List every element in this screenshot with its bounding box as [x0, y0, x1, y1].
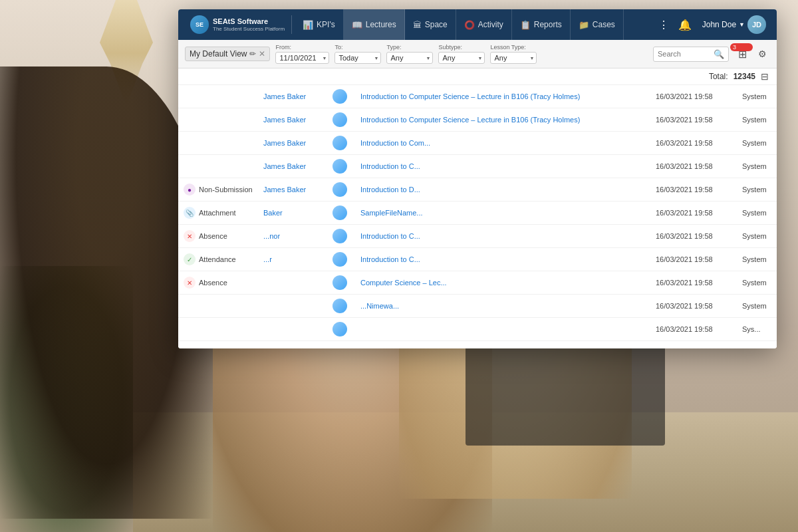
lecture-cell: Computer Science – Lec...	[355, 271, 650, 295]
nav-item-space[interactable]: 🏛 Space	[405, 9, 456, 40]
type-cell	[178, 155, 258, 178]
source-cell: System	[737, 248, 777, 271]
table-row[interactable]: James BakerIntroduction to C...16/03/202…	[178, 155, 777, 178]
lecture-link[interactable]: Introduction to D...	[360, 186, 420, 194]
nav-item-cases[interactable]: 📁 Cases	[571, 9, 624, 40]
lecture-cell: Introduction to D...	[355, 178, 650, 201]
table-row[interactable]: 16/03/2021 19:58Sys...	[178, 318, 777, 341]
chevron-down-icon: ▼	[739, 21, 745, 28]
reports-icon: 📋	[520, 20, 531, 30]
lecture-cell	[355, 318, 650, 341]
lecture-link[interactable]: Introduction to Computer Science – Lectu…	[360, 92, 580, 100]
nav-item-lectures[interactable]: 📖 Lectures	[344, 9, 405, 40]
more-options-button[interactable]: ⋮	[654, 19, 673, 31]
notifications-button[interactable]: 🔔	[678, 19, 692, 31]
nav-item-cases-label: Cases	[593, 20, 615, 29]
lecture-link[interactable]: Introduction to C...	[360, 255, 420, 263]
source-cell: System	[737, 132, 777, 155]
from-date-select[interactable]: 11/10/2021	[275, 52, 329, 64]
table-row[interactable]: ✕ Absence Computer Science – Lec...16/03…	[178, 271, 777, 295]
student-link[interactable]: Baker	[263, 209, 283, 217]
from-filter: From: 11/10/2021	[275, 44, 329, 64]
nav-item-activity[interactable]: ⭕ Activity	[456, 9, 512, 40]
table-row[interactable]: James BakerIntroduction to Computer Scie…	[178, 85, 777, 108]
lecture-cell: Introduction to Com...	[355, 132, 650, 155]
close-view-icon[interactable]: ✕	[259, 49, 265, 59]
table-row[interactable]: James BakerIntroduction to Computer Scie…	[178, 108, 777, 132]
edit-view-icon[interactable]: ✏	[249, 49, 256, 59]
type-select[interactable]: Any	[386, 52, 433, 64]
lecture-link[interactable]: Introduction to Com...	[360, 139, 430, 147]
table-row[interactable]: ● Non-Submission James BakerIntroduction…	[178, 178, 777, 201]
type-label: Type:	[386, 44, 433, 51]
lecture-link[interactable]: Introduction to C...	[360, 232, 420, 240]
student-link[interactable]: James Baker	[263, 92, 306, 100]
app-title: SEAtS Software	[213, 17, 285, 26]
student-link[interactable]: James Baker	[263, 139, 306, 147]
search-icon[interactable]: 🔍	[714, 49, 724, 59]
datetime-cell: 16/03/2021 19:58	[650, 108, 737, 132]
datetime-cell: 16/03/2021 19:58	[650, 85, 737, 108]
student-avatar	[332, 89, 347, 104]
to-filter: To: Today	[334, 44, 381, 64]
navbar: SE SEAtS Software The Student Success Pl…	[178, 9, 777, 40]
view-label-text: My Default View	[190, 49, 247, 59]
lecture-link[interactable]: Introduction to C...	[360, 162, 420, 170]
logo-icon: SE	[190, 15, 209, 34]
logo-area: SE SEAtS Software The Student Success Pl…	[184, 15, 292, 34]
table-row[interactable]: James BakerIntroduction to Com...16/03/2…	[178, 132, 777, 155]
nav-item-kpis[interactable]: 📊 KPI's	[295, 9, 344, 40]
student-link[interactable]: James Baker	[263, 186, 306, 194]
to-date-select[interactable]: Today	[334, 52, 381, 64]
avatar-cell	[325, 155, 355, 178]
settings-button[interactable]: ⚙	[754, 46, 770, 62]
student-avatar	[332, 159, 347, 174]
student-link[interactable]: James Baker	[263, 116, 306, 124]
datetime-cell: 16/03/2021 19:58	[650, 295, 737, 318]
lesson-type-filter: Lesson Type: Any	[490, 44, 537, 64]
total-label: Total:	[709, 72, 728, 81]
student-cell: James Baker	[258, 132, 325, 155]
column-layout-icon[interactable]: ⊟	[761, 71, 769, 82]
app-window: SE SEAtS Software The Student Success Pl…	[178, 9, 777, 348]
student-cell: James Baker	[258, 178, 325, 201]
user-initials: JD	[752, 21, 761, 29]
datetime-cell: 16/03/2021 19:58	[650, 248, 737, 271]
type-icon: 📎	[184, 207, 196, 219]
user-menu[interactable]: John Doe ▼ JD	[697, 13, 771, 37]
nav-item-activity-label: Activity	[478, 20, 503, 29]
source-cell: System	[737, 225, 777, 248]
total-bar: Total: 12345 ⊟	[178, 68, 777, 85]
logo-initials: SE	[196, 21, 203, 28]
table-row[interactable]: ...Nimewa...16/03/2021 19:58System	[178, 295, 777, 318]
type-cell: ✕ Absence	[178, 225, 258, 248]
subtype-select[interactable]: Any	[438, 52, 485, 64]
lecture-link[interactable]: Introduction to Computer Science – Lectu…	[360, 116, 580, 124]
source-cell: System	[737, 155, 777, 178]
avatar-cell	[325, 225, 355, 248]
search-input[interactable]	[658, 50, 711, 58]
lecture-link[interactable]: Computer Science – Lec...	[360, 279, 447, 287]
student-link[interactable]: James Baker	[263, 162, 306, 170]
lesson-type-select-wrapper: Any	[490, 51, 537, 64]
table-row[interactable]: ✓ Attendance ...rIntroduction to C...16/…	[178, 248, 777, 271]
avatar-cell	[325, 108, 355, 132]
lesson-type-select[interactable]: Any	[490, 52, 537, 64]
lecture-link[interactable]: SampleFileName...	[360, 209, 423, 217]
search-box: 🔍	[653, 47, 729, 62]
space-icon: 🏛	[413, 20, 422, 30]
student-cell: James Baker	[258, 155, 325, 178]
table-row[interactable]: ✕ Absence ...norIntroduction to C...16/0…	[178, 225, 777, 248]
lesson-type-label: Lesson Type:	[490, 44, 537, 51]
nav-item-space-label: Space	[425, 20, 448, 29]
type-label: Attendance	[199, 255, 236, 263]
student-link[interactable]: ...r	[263, 255, 272, 263]
lecture-cell: Introduction to C...	[355, 248, 650, 271]
grid-view-button[interactable]: ⊞ 3	[734, 46, 750, 62]
student-link[interactable]: ...nor	[263, 232, 280, 240]
source-cell: System	[737, 108, 777, 132]
lecture-link[interactable]: ...Nimewa...	[360, 302, 399, 310]
type-icon: ✕	[184, 277, 196, 289]
table-row[interactable]: 📎 Attachment BakerSampleFileName...16/03…	[178, 201, 777, 225]
nav-item-reports[interactable]: 📋 Reports	[512, 9, 571, 40]
